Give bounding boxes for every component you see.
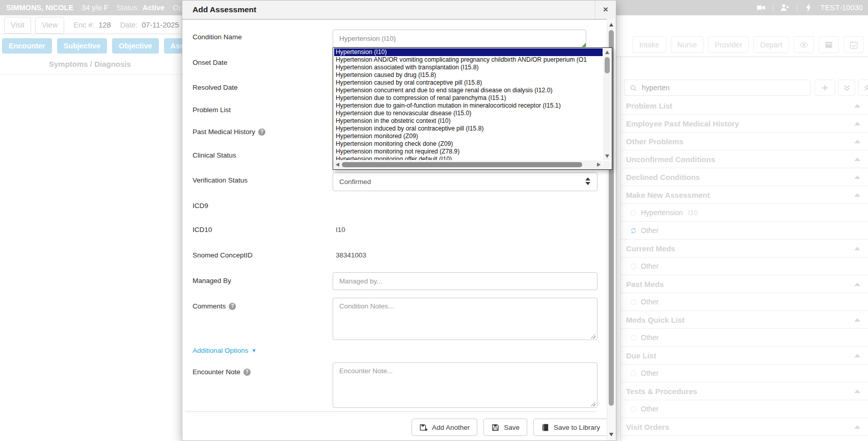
verification-status-select[interactable]: Confirmed xyxy=(333,172,598,191)
dropdown-horizontal-scrollbar[interactable] xyxy=(334,161,603,169)
nurse-button[interactable]: Nurse xyxy=(671,36,704,53)
collapse-all-button[interactable] xyxy=(858,80,868,96)
dropdown-option[interactable]: Hypertension (I10) xyxy=(334,48,603,56)
tab-encounter[interactable]: Encounter xyxy=(2,38,52,54)
dropdown-option[interactable]: Hypertension associated with transplanta… xyxy=(334,64,603,71)
sidebar-header-due-list[interactable]: Due List xyxy=(621,347,868,365)
save-button[interactable]: Save xyxy=(483,419,527,436)
dropdown-option[interactable]: Hypertension caused by oral contraceptiv… xyxy=(334,79,603,87)
dropdown-option[interactable]: Hypertension due to compression of renal… xyxy=(334,94,603,102)
caret-up-icon[interactable] xyxy=(854,354,860,357)
enc-number-value: 128 xyxy=(98,21,111,29)
book-solid-icon xyxy=(541,423,550,432)
eye-button[interactable] xyxy=(794,36,814,53)
sidebar-header-current-meds[interactable]: Current Meds xyxy=(621,240,868,257)
scroll-down-arrow[interactable] xyxy=(609,433,613,436)
sidebar-header-past-meds[interactable]: Past Meds xyxy=(621,275,868,293)
provider-button[interactable]: Provider xyxy=(708,36,749,53)
add-another-button[interactable]: Add Another xyxy=(412,419,477,436)
dropdown-option[interactable]: Hypertension monitoring check done (Z09) xyxy=(334,140,603,148)
sidebar-header-employee-past-medical-history[interactable]: Employee Past Medical History xyxy=(621,115,868,133)
tab-subjective[interactable]: Subjective xyxy=(57,38,107,54)
additional-options-link[interactable]: Additional Options ▼ xyxy=(193,347,256,354)
save-to-library-button[interactable]: Save to Library xyxy=(533,419,608,436)
caret-up-icon[interactable] xyxy=(854,425,860,429)
intake-button[interactable]: Intake xyxy=(633,36,666,53)
sidebar-item-code: I10 xyxy=(688,209,698,217)
dropdown-option[interactable]: Hypertension AND/OR vomiting complicatin… xyxy=(334,56,603,64)
sidebar-header-unconfirmed-conditions[interactable]: Unconfirmed Conditions xyxy=(621,150,868,168)
scroll-up-arrow[interactable] xyxy=(605,50,609,54)
caret-up-icon[interactable] xyxy=(854,104,860,108)
help-icon[interactable]: ? xyxy=(258,128,265,136)
sidebar-header-other-problems[interactable]: Other Problems xyxy=(621,133,868,150)
button-label: Save to Library xyxy=(554,424,600,431)
sidebar-header-problem-list[interactable]: Problem List xyxy=(621,97,868,115)
video-camera-icon[interactable] xyxy=(756,3,766,13)
caret-up-icon[interactable] xyxy=(854,390,860,393)
dropdown-option[interactable]: Hypertension concurrent and due to end s… xyxy=(334,87,603,94)
sidebar-header-tests-procedures[interactable]: Tests & Procedures xyxy=(621,382,868,400)
resize-handle[interactable] xyxy=(591,402,595,406)
caret-up-icon[interactable] xyxy=(854,247,860,250)
sidebar-header-make-new-assessment[interactable]: Make New Assessment xyxy=(621,186,868,204)
close-button[interactable]: × xyxy=(595,1,616,19)
dropdown-option[interactable]: Hypertension due to renovascular disease… xyxy=(334,110,603,117)
lightning-icon[interactable] xyxy=(804,3,814,13)
scroll-down-arrow[interactable] xyxy=(605,154,609,158)
caret-up-icon[interactable] xyxy=(854,140,860,143)
scroll-left-arrow[interactable] xyxy=(336,163,339,167)
sidebar-item-other[interactable]: Other xyxy=(621,329,868,347)
comments-textarea[interactable] xyxy=(333,298,598,340)
scrollbar-thumb[interactable] xyxy=(342,162,582,167)
section-heading: Symptoms / Diagnosis xyxy=(49,60,131,68)
status-value: Active xyxy=(143,4,165,12)
help-icon[interactable]: ? xyxy=(229,303,236,310)
caret-up-icon[interactable] xyxy=(854,193,860,197)
caret-up-icon[interactable] xyxy=(854,318,860,322)
sidebar-search-input[interactable]: hyperten xyxy=(624,80,810,96)
sidebar-item-other[interactable]: Other xyxy=(621,293,868,311)
caret-up-icon[interactable] xyxy=(854,158,860,161)
add-button[interactable] xyxy=(815,80,835,96)
caret-up-icon[interactable] xyxy=(854,175,860,179)
sidebar-item-hypertension[interactable]: HypertensionI10 xyxy=(621,204,868,222)
help-icon[interactable]: ? xyxy=(243,369,251,376)
dropdown-option[interactable]: Hypertension monitored (Z09) xyxy=(334,133,603,140)
sidebar-item-other[interactable]: Other xyxy=(621,365,868,382)
condition-dropdown-list: Hypertension (I10)Hypertension AND/OR vo… xyxy=(334,48,603,160)
user-add-icon[interactable] xyxy=(780,3,790,13)
sidebar-header-visit-orders[interactable]: Visit Orders xyxy=(621,418,868,436)
verification-status-label: Verification Status xyxy=(193,176,248,184)
condition-name-input[interactable] xyxy=(333,30,586,47)
sidebar-item-other[interactable]: Other xyxy=(621,257,868,275)
dropdown-option[interactable]: Hypertension induced by oral contracepti… xyxy=(334,125,603,133)
sidebar-item-other[interactable]: Other xyxy=(621,436,868,441)
managed-by-input[interactable] xyxy=(333,272,598,290)
dropdown-option[interactable]: Hypertension monitoring not required (Z7… xyxy=(334,148,603,155)
sidebar-item-other[interactable]: Other xyxy=(621,400,868,418)
caret-up-icon[interactable] xyxy=(854,282,860,286)
dropdown-vertical-scrollbar[interactable] xyxy=(603,48,611,160)
tab-objective[interactable]: Objective xyxy=(112,38,158,54)
dropdown-option[interactable]: Hypertension in the obstetric context (I… xyxy=(334,117,603,125)
calendar-check-button[interactable] xyxy=(844,36,864,53)
sidebar-header-meds-quick-list[interactable]: Meds Quick List xyxy=(621,311,868,329)
archive-box-button[interactable] xyxy=(819,36,839,53)
depart-button[interactable]: Depart xyxy=(753,36,789,53)
scroll-up-arrow[interactable] xyxy=(609,23,613,27)
encounter-note-textarea[interactable] xyxy=(333,362,598,408)
sidebar-header-declined-conditions[interactable]: Declined Conditions xyxy=(621,168,868,186)
resize-handle[interactable] xyxy=(591,334,595,339)
dropdown-option[interactable]: Hypertension monitoring offer default (I… xyxy=(334,155,603,160)
expand-all-button[interactable] xyxy=(838,80,855,96)
scrollbar-thumb[interactable] xyxy=(605,57,610,73)
dropdown-option[interactable]: Hypertension due to gain-of-function mut… xyxy=(334,102,603,110)
scroll-right-arrow[interactable] xyxy=(597,163,601,167)
dropdown-option[interactable]: Hypertension caused by drug (I15.8) xyxy=(334,71,603,79)
caret-up-icon[interactable] xyxy=(854,122,860,125)
visit-button[interactable]: Visit xyxy=(4,17,31,34)
sidebar-item-other[interactable]: Other xyxy=(621,222,868,240)
resize-handle-green[interactable] xyxy=(582,43,586,47)
view-button[interactable]: View xyxy=(35,17,64,34)
